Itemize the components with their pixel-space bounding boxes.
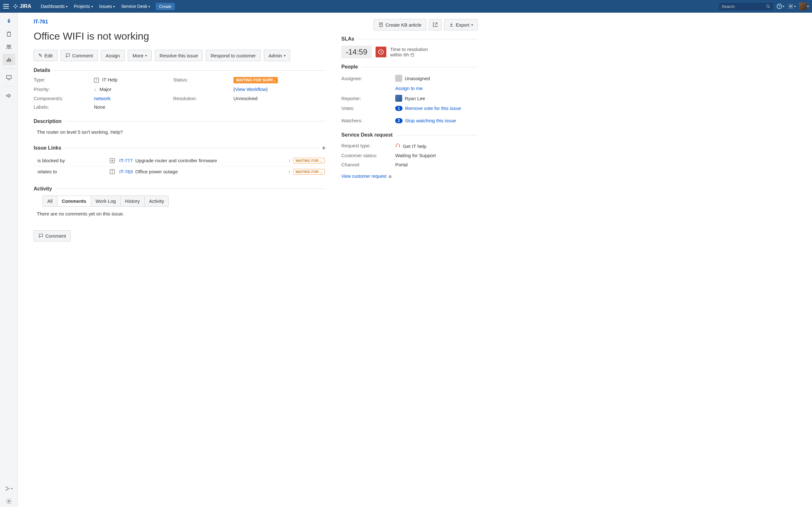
request-type-label: Request type: <box>341 143 395 149</box>
help-icon[interactable]: ? ▾ <box>776 2 784 10</box>
svg-rect-12 <box>10 59 11 61</box>
channel-label: Channel: <box>341 162 395 167</box>
caret-down-icon: ▾ <box>783 5 784 8</box>
tab-history[interactable]: History <box>120 196 145 206</box>
tab-activity[interactable]: Activity <box>145 196 169 206</box>
rail-gear-icon[interactable] <box>3 496 15 507</box>
priority-value: ↑ Major <box>94 87 170 93</box>
people-header: People <box>341 64 478 70</box>
svg-rect-13 <box>6 75 11 78</box>
rail-hierarchy-icon[interactable]: ▾ <box>3 483 15 494</box>
svg-point-17 <box>9 488 9 489</box>
watchers-count: 2 <box>395 118 403 123</box>
settings-gear-icon[interactable]: ▾ <box>788 2 796 10</box>
resolution-value: Unresolved <box>234 96 325 101</box>
issue-title: Office WIFI is not working <box>34 31 325 42</box>
svg-point-0 <box>767 5 769 7</box>
sla-clock-icon <box>375 47 386 57</box>
question-box-icon: ? <box>94 78 99 83</box>
sla-subtitle: within 6h <box>390 52 409 57</box>
type-label: Type: <box>34 77 91 83</box>
linked-issue-summary: Upgrade router and controller firmware <box>136 158 217 163</box>
svg-rect-11 <box>8 58 9 62</box>
svg-rect-6 <box>7 32 10 36</box>
caret-down-icon: ▾ <box>91 5 93 8</box>
admin-button[interactable]: Admin▾ <box>264 50 291 61</box>
issue-key-link[interactable]: IT-761 <box>34 19 325 25</box>
search-input[interactable] <box>719 3 773 10</box>
rail-megaphone-icon[interactable] <box>3 90 15 101</box>
workflow-link-container: (View Workflow) <box>234 87 325 93</box>
assignee-label: Assignee: <box>341 76 395 81</box>
svg-point-15 <box>6 487 7 488</box>
issue-type-icon: ! <box>110 169 115 174</box>
linked-issue-key[interactable]: IT-763 <box>119 169 133 174</box>
assignee-value: Unassigned <box>405 76 430 81</box>
caret-down-icon: ▾ <box>471 23 473 26</box>
svg-point-5 <box>8 20 9 21</box>
rail-reports-icon[interactable] <box>3 54 15 65</box>
edit-button[interactable]: ✎Edit <box>34 50 57 61</box>
service-desk-header: Service Desk request <box>341 132 478 138</box>
comment-button[interactable]: Comment <box>61 50 98 61</box>
channel-value: Portal <box>395 162 478 167</box>
svg-text:?: ? <box>778 4 780 8</box>
caret-down-icon: ▾ <box>284 54 286 57</box>
customer-status-value: Waiting for Support <box>395 153 478 158</box>
rail-people-icon[interactable] <box>3 41 15 53</box>
jira-logo[interactable]: JIRA <box>13 3 31 9</box>
slas-header: SLAs <box>341 36 478 42</box>
issue-link-row: relates to ! IT-763 Office power outage … <box>34 166 325 177</box>
tab-all[interactable]: All <box>43 196 57 206</box>
export-button[interactable]: Export ▾ <box>444 19 478 31</box>
remove-vote-link[interactable]: Remove vote for this issue <box>405 106 461 111</box>
resolve-button[interactable]: Resolve this issue <box>155 50 203 61</box>
view-workflow-link[interactable]: View Workflow <box>235 87 266 92</box>
nav-projects[interactable]: Projects▾ <box>71 0 96 13</box>
status-value: WAITING FOR SUPP... <box>234 77 325 83</box>
caret-down-icon: ▾ <box>148 5 150 8</box>
rail-clipboard-icon[interactable] <box>3 29 15 40</box>
add-link-button[interactable]: + <box>322 145 325 152</box>
rail-monitor-icon[interactable] <box>3 72 15 83</box>
stop-watching-link[interactable]: Stop watching this issue <box>405 118 456 123</box>
type-value: ? IT Help <box>94 77 170 83</box>
tab-comments[interactable]: Comments <box>57 196 91 206</box>
description-text: The router on level 5 isn't working. Hel… <box>34 128 325 136</box>
caret-down-icon: ▾ <box>145 54 147 57</box>
issue-links-header: Issue Links+ <box>34 145 325 152</box>
tab-work-log[interactable]: Work Log <box>91 196 120 206</box>
component-link[interactable]: network <box>94 96 111 101</box>
priority-icon: ↑ <box>288 169 291 174</box>
nav-service-desk[interactable]: Service Desk▾ <box>118 0 153 13</box>
user-menu[interactable]: ▾ <box>799 3 809 10</box>
svg-point-18 <box>8 501 9 502</box>
create-button[interactable]: Create <box>156 3 174 10</box>
top-nav: JIRA Dashboards▾ Projects▾ Issues▾ Servi… <box>0 0 812 13</box>
add-comment-button[interactable]: Comment <box>34 230 71 241</box>
caret-down-icon: ▾ <box>66 5 67 8</box>
assign-button[interactable]: Assign <box>101 50 125 61</box>
assign-to-me-link[interactable]: Assign to me <box>395 86 423 91</box>
more-button[interactable]: More▾ <box>128 50 152 61</box>
create-kb-button[interactable]: Create KB article <box>374 19 426 31</box>
svg-line-1 <box>769 7 770 8</box>
hamburger-menu-icon[interactable] <box>3 4 9 9</box>
svg-rect-32 <box>396 146 397 147</box>
nav-issues[interactable]: Issues▾ <box>96 0 118 13</box>
document-icon <box>378 22 384 27</box>
respond-button[interactable]: Respond to customer <box>206 50 261 61</box>
sla-box: -14:59 Time to resolution within 6h <box>341 46 478 58</box>
external-link-icon: ⧉ <box>389 175 392 178</box>
calendar-icon <box>410 53 415 57</box>
view-customer-request-link[interactable]: View customer request <box>341 174 386 179</box>
share-button[interactable] <box>429 19 442 31</box>
votes-count: 1 <box>395 106 403 111</box>
nav-dashboards[interactable]: Dashboards▾ <box>38 0 71 13</box>
linked-issue-key[interactable]: IT-777 <box>119 158 133 163</box>
resolution-label: Resolution: <box>173 96 230 101</box>
rail-rocket-icon[interactable] <box>3 16 15 27</box>
comment-icon <box>65 53 70 58</box>
svg-point-8 <box>7 45 9 47</box>
priority-major-icon: ↑ <box>94 87 96 93</box>
